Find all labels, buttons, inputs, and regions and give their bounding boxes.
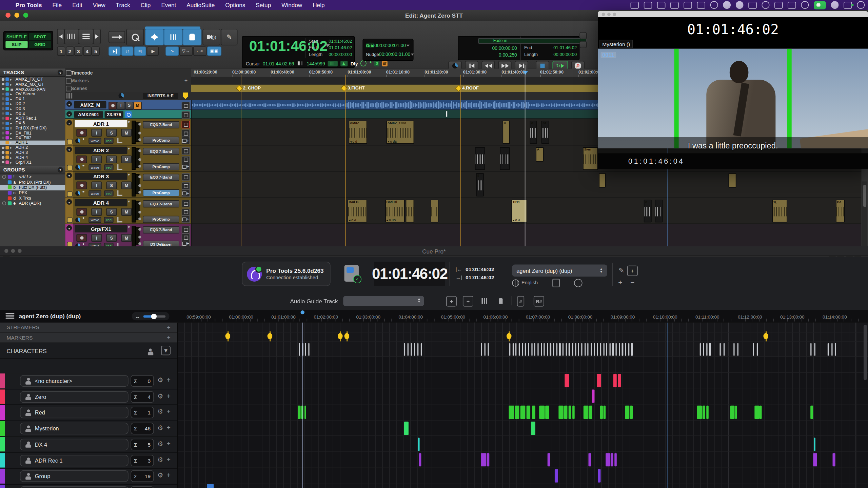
track-header-amxz601[interactable]: AMXZ60123.976 — [65, 110, 191, 119]
wrench-icon[interactable] — [67, 139, 73, 144]
layered-edit-toggle[interactable]: ▭≡ — [193, 46, 206, 56]
selection-length[interactable]: 00:00:00:00 — [329, 52, 352, 58]
add-marker-icon[interactable]: + — [184, 78, 188, 84]
status-spotlight-search-icon[interactable] — [788, 1, 796, 8]
tracks-panel-header[interactable]: TRACKS▾ — [0, 68, 65, 77]
timebase-button[interactable]: red — [104, 138, 114, 144]
solo-button[interactable]: S — [106, 182, 117, 189]
audio-guide-select[interactable]: ▲▼ — [343, 296, 424, 306]
timebase-button[interactable]: red — [104, 217, 114, 223]
wrench-icon[interactable] — [67, 191, 73, 197]
menu-item-view[interactable]: View — [93, 2, 105, 8]
character-name-field[interactable]: Mysterion — [20, 423, 129, 434]
cue-event[interactable] — [304, 406, 306, 419]
character-row-adr-rec-1[interactable]: ADR Rec 1Σ3⚙+ — [0, 453, 177, 469]
glue-cue-icon[interactable] — [496, 296, 506, 305]
trim-tool[interactable] — [145, 29, 164, 45]
track-header-amxz-m[interactable]: AMXZ_MISM — [65, 100, 191, 110]
status-translate-app-icon[interactable] — [748, 1, 756, 8]
ruler-row-icon[interactable] — [66, 86, 71, 91]
clip-audio[interactable] — [729, 173, 736, 188]
cue-event[interactable] — [618, 374, 621, 387]
record-enable-button[interactable] — [76, 234, 87, 242]
menu-item-edit[interactable]: Edit — [72, 2, 82, 8]
track-header-adr-1[interactable]: ADR 1▾ISM*waveredEQ3 7-BandProComp+ — [65, 119, 191, 145]
menu-icon[interactable] — [5, 313, 14, 319]
cue-event[interactable] — [572, 406, 575, 419]
cue-marker[interactable] — [270, 331, 271, 341]
cue-event[interactable] — [565, 374, 569, 387]
character-name-field[interactable]: ADR Rec 1 — [20, 454, 129, 466]
clip-s[interactable]: S — [476, 173, 484, 197]
cue-event[interactable] — [703, 406, 705, 419]
cue-event[interactable] — [589, 453, 591, 466]
character-name-field[interactable]: Group — [20, 470, 129, 482]
add-cue-for-character-button[interactable]: + — [166, 376, 170, 384]
status-swoosh-app-icon[interactable] — [684, 1, 692, 8]
auto-pie-icon[interactable] — [75, 165, 80, 170]
menu-item-options[interactable]: Options — [225, 2, 245, 8]
character-name-field[interactable]: <no character> — [20, 375, 129, 387]
clip-bad-gi[interactable]: Bad Gi◂ 0 dB — [385, 200, 405, 222]
character-name-field[interactable]: Red — [20, 407, 129, 419]
insert-power-dot[interactable] — [138, 191, 141, 194]
character-settings-button[interactable]: ⚙ — [157, 455, 163, 463]
track-name[interactable]: ADR 1 — [75, 120, 127, 127]
video-minimize-button[interactable] — [607, 13, 611, 16]
cue-event[interactable] — [760, 406, 762, 419]
solo-button[interactable]: S — [106, 208, 117, 216]
insert-power-dot[interactable] — [138, 176, 141, 178]
ruler-row-icon[interactable] — [66, 70, 71, 76]
tab-to-transient-toggle[interactable] — [108, 46, 121, 56]
cue-event[interactable] — [625, 406, 629, 419]
track-name[interactable]: ADR 3 — [75, 172, 127, 180]
sidebar-track-grp-fx1[interactable]: ▸Grp/FX1 — [0, 160, 65, 165]
record-enable-button[interactable] — [76, 129, 87, 137]
character-row-zero[interactable]: ZeroΣ4⚙+ — [0, 389, 177, 405]
playlist-view-button[interactable]: wave — [88, 217, 101, 223]
character-row-red[interactable]: RedΣ1⚙+ — [0, 405, 177, 421]
track-header-adr-2[interactable]: ADR 2▾ISM*waveredEQ3 7-BandProComp+ — [65, 145, 191, 171]
solo-button[interactable]: S — [106, 234, 117, 242]
language-label[interactable]: English — [521, 280, 538, 285]
selection-end[interactable]: 01:01:46:02 — [329, 45, 352, 52]
sidebar-track-ov-stereo[interactable]: ▸OV Stereo — [0, 92, 65, 96]
cue-marker[interactable] — [228, 331, 229, 341]
status-cone-app-icon[interactable] — [831, 1, 839, 9]
input-button[interactable]: I — [91, 208, 102, 216]
cue-ruler[interactable]: 00:59:00:0001:00:00:0001:01:00:0001:02:0… — [177, 310, 868, 323]
video-zoom-button[interactable] — [613, 13, 616, 16]
insert-power-dot[interactable] — [138, 202, 141, 205]
cue-pro-titlebar[interactable]: Cue Pro* — [0, 246, 868, 256]
timeline-insertion-toggle[interactable]: ≡| — [134, 46, 146, 56]
name-dropdown-icon[interactable]: ▾ — [128, 225, 130, 229]
status-globe-app-icon[interactable] — [736, 1, 744, 9]
status-panels-app-icon[interactable] — [644, 1, 652, 8]
sidebar-track-dx-6[interactable]: ▸DX 6 — [0, 121, 65, 125]
cue-event[interactable] — [813, 453, 817, 466]
preroll-label-2[interactable]: Fade-in — [478, 38, 587, 44]
wrench-icon[interactable] — [67, 218, 73, 223]
menu-item-clip[interactable]: Clip — [141, 2, 151, 8]
cue-event[interactable] — [606, 453, 610, 466]
character-row-group[interactable]: GroupΣ19⚙+ — [0, 469, 177, 485]
status-screen-record-icon[interactable] — [814, 1, 826, 9]
monitor-icon[interactable] — [117, 190, 122, 196]
number-cues-button[interactable]: # — [517, 296, 524, 306]
film-reel-icon[interactable] — [574, 279, 582, 287]
clip-audio[interactable] — [599, 173, 606, 188]
clip-amxz[interactable]: AMXZ◂ 0 d — [349, 121, 367, 144]
grid-dropdown-icon[interactable] — [407, 44, 410, 46]
track-header-adr-4[interactable]: ADR 4▾ISM*waveredEQ3 7-BandProComp+ — [65, 198, 191, 224]
character-name-field[interactable]: Zero — [20, 391, 129, 403]
playlist-view-button[interactable]: wave — [88, 138, 101, 144]
script-pages-icon[interactable] — [552, 279, 559, 287]
menu-item-setup[interactable]: Setup — [256, 2, 271, 8]
nudge-dropdown-icon[interactable] — [411, 53, 414, 55]
pencil-tool[interactable]: ✎ — [221, 29, 237, 45]
record-enable-button[interactable] — [76, 208, 87, 216]
group-adr-adr-[interactable]: eADR (ADR) — [0, 201, 65, 206]
cue-event[interactable] — [754, 406, 760, 419]
cue-event[interactable] — [598, 469, 600, 482]
scene-marker-4-ROOF[interactable]: 4.ROOF — [456, 86, 479, 91]
